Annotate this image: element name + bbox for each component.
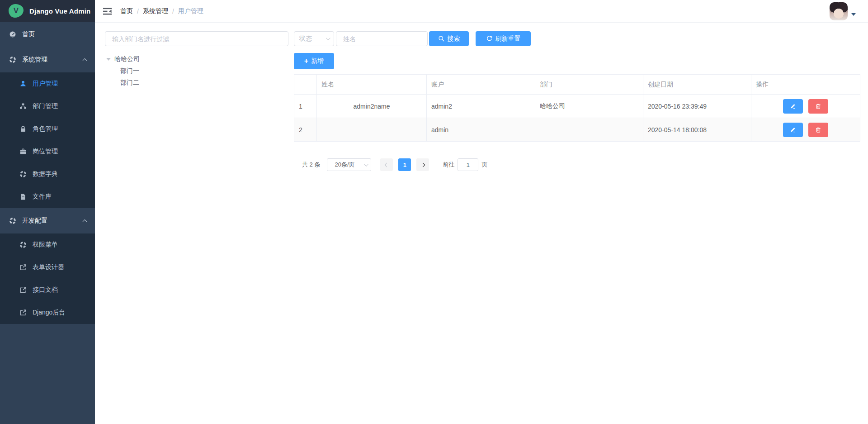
cell-created: 2020-05-16 23:39:49 (643, 95, 751, 118)
sidebar-item-roles[interactable]: 角色管理 (0, 118, 95, 140)
trash-icon (815, 103, 821, 110)
sidebar-item-permission-menu[interactable]: 权限菜单 (0, 233, 95, 256)
add-user-button[interactable]: + 新增 (294, 53, 334, 69)
plus-icon: + (304, 57, 308, 65)
tree-node-label: 哈哈公司 (114, 55, 140, 63)
sidebar-item-label: 表单设计器 (33, 263, 64, 272)
sidebar-item-label: 岗位管理 (33, 148, 58, 156)
sidebar-group-devconfig[interactable]: 开发配置 (0, 208, 95, 233)
breadcrumb-home[interactable]: 首页 (120, 7, 133, 15)
department-filter-input[interactable] (105, 31, 288, 46)
cell-index: 1 (294, 95, 317, 118)
chevron-up-icon (83, 219, 87, 224)
sidebar-item-api-docs[interactable]: 接口文档 (0, 279, 95, 301)
avatar[interactable] (830, 2, 848, 20)
dashboard-icon (9, 31, 16, 38)
sidebar-item-departments[interactable]: 部门管理 (0, 95, 95, 118)
edit-icon (790, 103, 796, 110)
col-department: 部门 (535, 75, 643, 95)
sidebar-item-django-admin[interactable]: Django后台 (0, 301, 95, 324)
page-size-select[interactable]: 20条/页 (327, 158, 371, 171)
cell-index: 2 (294, 118, 317, 142)
department-tree: 哈哈公司 部门一 部门二 (105, 53, 288, 89)
sidebar-group-system[interactable]: 系统管理 (0, 47, 95, 72)
cell-department: 哈哈公司 (535, 95, 643, 118)
col-index (294, 75, 317, 95)
delete-button[interactable] (808, 99, 828, 114)
table-row: 2 admin 2020-05-14 18:00:08 (294, 118, 860, 142)
col-actions: 操作 (751, 75, 860, 95)
top-navbar: 首页 / 系统管理 / 用户管理 (95, 0, 868, 23)
cell-account: admin2 (427, 95, 535, 118)
sidebar-item-label: 部门管理 (33, 102, 58, 110)
add-button-label: 新增 (311, 57, 324, 65)
component-icon (9, 56, 16, 63)
edit-button[interactable] (783, 123, 803, 137)
sidebar-item-label: 文件库 (33, 193, 52, 201)
col-created: 创建日期 (643, 75, 751, 95)
cell-department (535, 118, 643, 142)
prev-page-button[interactable] (380, 158, 393, 171)
breadcrumb-system[interactable]: 系统管理 (143, 7, 168, 15)
delete-button[interactable] (808, 123, 828, 137)
sidebar-fold-icon[interactable] (103, 8, 112, 15)
col-name: 姓名 (317, 75, 427, 95)
sidebar-item-files[interactable]: 文件库 (0, 186, 95, 208)
col-account: 账户 (427, 75, 535, 95)
chevron-up-icon (83, 58, 87, 63)
caret-down-icon[interactable] (851, 13, 856, 16)
page-number-button[interactable]: 1 (398, 158, 411, 171)
cell-actions (751, 118, 860, 142)
submenu-system: 用户管理 部门管理 角色管理 岗位管理 数据字典 (0, 72, 95, 208)
goto-page-input[interactable] (458, 158, 478, 171)
sidebar-item-label: 数据字典 (33, 170, 58, 178)
submenu-devconfig: 权限菜单 表单设计器 接口文档 Django后台 (0, 233, 95, 324)
cell-name: admin2name (317, 95, 427, 118)
search-button-label: 搜索 (448, 35, 460, 43)
tree-node-child[interactable]: 部门一 (105, 65, 288, 77)
external-link-icon (19, 309, 27, 316)
sidebar-item-label: 首页 (22, 30, 35, 38)
external-link-icon (19, 264, 27, 271)
document-icon (19, 193, 27, 200)
edit-button[interactable] (783, 99, 803, 114)
sidebar-item-form-designer[interactable]: 表单设计器 (0, 256, 95, 279)
tree-node-child[interactable]: 部门二 (105, 77, 288, 89)
sidebar-item-home[interactable]: 首页 (0, 22, 95, 47)
goto-label: 前往 (443, 161, 454, 169)
sitemap-icon (19, 103, 27, 110)
sidebar-item-label: Django后台 (33, 309, 65, 317)
app-logo-icon: V (9, 4, 24, 18)
sidebar-item-label: 接口文档 (33, 286, 58, 294)
tree-node-label: 部门一 (120, 67, 139, 75)
caret-down-icon[interactable] (106, 58, 111, 61)
page-size-value: 20条/页 (335, 161, 354, 169)
trash-icon (815, 127, 821, 133)
search-button[interactable]: 搜索 (429, 31, 469, 46)
search-icon (438, 35, 445, 42)
status-select-placeholder: 状态 (299, 35, 312, 43)
status-select[interactable]: 状态 (294, 31, 334, 46)
dict-icon (19, 171, 27, 178)
tree-node-label: 部门二 (120, 79, 139, 87)
sidebar-item-label: 角色管理 (33, 125, 58, 133)
sidebar-item-posts[interactable]: 岗位管理 (0, 140, 95, 163)
sidebar-item-dictionary[interactable]: 数据字典 (0, 163, 95, 186)
users-table: 姓名 账户 部门 创建日期 操作 1 admin2name admin2 哈哈公… (294, 74, 860, 142)
pagination: 共 2 条 20条/页 1 前往 页 (294, 158, 860, 171)
lock-icon (19, 125, 27, 133)
sidebar-item-users[interactable]: 用户管理 (0, 72, 95, 95)
chevron-down-icon (364, 162, 368, 167)
user-list-panel: 状态 搜索 刷新重置 + 新增 (294, 31, 860, 171)
name-search-input[interactable] (336, 31, 428, 46)
logo-bar: V Django Vue Admin (0, 0, 95, 22)
menu-icon (19, 241, 27, 248)
briefcase-icon (19, 148, 27, 155)
refresh-reset-button[interactable]: 刷新重置 (476, 31, 531, 46)
user-icon (19, 80, 27, 87)
next-page-button[interactable] (416, 158, 429, 171)
chevron-left-icon (385, 162, 389, 167)
tree-node-root[interactable]: 哈哈公司 (105, 53, 288, 65)
config-icon (9, 217, 16, 224)
table-header-row: 姓名 账户 部门 创建日期 操作 (294, 75, 860, 95)
